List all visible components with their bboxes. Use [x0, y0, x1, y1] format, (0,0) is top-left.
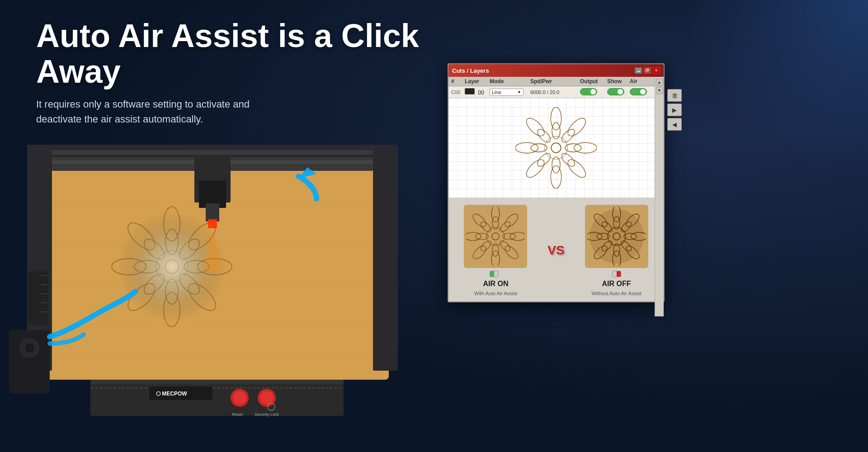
- svg-point-67: [535, 127, 552, 144]
- row-mode[interactable]: Line ▼: [490, 89, 530, 96]
- row-id: C00: [451, 89, 465, 95]
- titlebar: Cuts / Layers 🗕 🗗 ✕: [448, 64, 664, 77]
- output-toggle-knob: [590, 89, 596, 94]
- svg-rect-76: [466, 207, 525, 266]
- svg-point-114: [590, 209, 644, 264]
- svg-point-74: [515, 142, 538, 153]
- air-toggle[interactable]: [630, 88, 647, 95]
- vs-badge: VS: [547, 243, 564, 258]
- svg-rect-32: [206, 203, 219, 221]
- col-hash: #: [451, 78, 465, 85]
- row-output[interactable]: [580, 88, 607, 96]
- col-layer: Layer: [465, 78, 490, 85]
- scrollbar: ▲ ▼: [655, 77, 664, 316]
- svg-rect-33: [208, 219, 217, 228]
- svg-point-63: [560, 151, 577, 169]
- scroll-down-button[interactable]: ▼: [656, 87, 663, 94]
- mode-dropdown[interactable]: Line ▼: [490, 89, 524, 96]
- svg-text:Reset: Reset: [232, 412, 243, 417]
- output-toggle[interactable]: [580, 88, 597, 95]
- minimize-button[interactable]: 🗕: [635, 67, 642, 74]
- row-air[interactable]: [630, 88, 652, 96]
- svg-rect-27: [373, 145, 398, 371]
- panel-title: Cuts / Layers: [452, 67, 489, 74]
- tool-buttons: 🗑 ▶ ◀: [667, 89, 682, 131]
- main-title: Auto Air Assist is a Click Away: [36, 18, 434, 89]
- row-spdpwr: 6000.0 / 20.0: [530, 89, 580, 95]
- svg-point-65: [535, 151, 552, 169]
- show-toggle[interactable]: [607, 88, 624, 95]
- row-layer: 00: [465, 88, 490, 96]
- subtitle: It requires only a software setting to a…: [36, 97, 289, 127]
- svg-point-70: [574, 142, 597, 153]
- table-header: # Layer Mode Spd/Pwr Output Show Air: [448, 77, 664, 86]
- svg-text:Security Lock: Security Lock: [255, 412, 279, 417]
- air-off-image: [585, 205, 648, 268]
- machine-illustration: ⬡ MECPOW Reset Security Lock: [0, 90, 425, 452]
- air-off-sub-label: Without Auto Air Assist: [592, 291, 642, 296]
- window-buttons: 🗕 🗗 ✕: [635, 67, 660, 74]
- main-content: Auto Air Assist is a Click Away It requi…: [0, 0, 868, 452]
- svg-point-58: [551, 143, 561, 153]
- expand-left-button[interactable]: ◀: [667, 118, 682, 131]
- svg-point-71: [565, 157, 589, 180]
- svg-point-39: [233, 391, 246, 405]
- svg-point-68: [551, 107, 561, 130]
- dropdown-arrow-icon: ▼: [517, 90, 521, 94]
- col-spdpwr: Spd/Pwr: [530, 78, 580, 85]
- left-section: Auto Air Assist is a Click Away It requi…: [0, 0, 434, 452]
- preview-canvas: [448, 98, 664, 198]
- air-on-mandala: [466, 207, 525, 266]
- svg-rect-36: [90, 380, 344, 384]
- svg-point-73: [524, 157, 547, 180]
- expand-right-button[interactable]: ▶: [667, 104, 682, 116]
- svg-rect-52: [28, 271, 48, 325]
- svg-point-72: [551, 166, 561, 188]
- air-on-main-label: AIR ON: [483, 280, 508, 288]
- air-on-indicator: [490, 271, 499, 277]
- air-off-status: [612, 271, 621, 277]
- layer-color-swatch: [465, 88, 475, 94]
- air-off-item: AIR OFF Without Auto Air Assist: [585, 205, 648, 296]
- svg-point-59: [545, 137, 567, 159]
- air-off-main-label: AIR OFF: [602, 280, 631, 288]
- air-on-sub-label: With Auto Air Assist: [474, 291, 517, 296]
- col-show: Show: [607, 78, 630, 85]
- mode-value: Line: [492, 89, 501, 95]
- svg-point-69: [565, 115, 589, 139]
- right-section: Cuts / Layers 🗕 🗗 ✕ # Layer Mode Spd/Pwr…: [434, 0, 868, 452]
- scroll-up-button[interactable]: ▲: [656, 79, 663, 86]
- svg-point-61: [560, 127, 577, 144]
- close-button[interactable]: ✕: [653, 67, 660, 74]
- svg-point-75: [524, 115, 547, 139]
- svg-rect-35: [90, 380, 344, 416]
- delete-button[interactable]: 🗑: [667, 89, 682, 102]
- mandala-preview: [515, 107, 597, 188]
- air-off-indicator: [612, 271, 621, 277]
- headline-area: Auto Air Assist is a Click Away It requi…: [36, 18, 434, 127]
- air-toggle-knob: [640, 89, 646, 94]
- lightburn-panel: Cuts / Layers 🗕 🗗 ✕ # Layer Mode Spd/Pwr…: [448, 63, 665, 302]
- air-on-status: [490, 271, 501, 277]
- row-show[interactable]: [607, 88, 630, 96]
- comparison-section: AIR ON With Auto Air Assist VS: [448, 198, 664, 301]
- layer-label: 00: [478, 89, 484, 96]
- restore-button[interactable]: 🗗: [644, 67, 651, 74]
- svg-rect-25: [27, 150, 398, 155]
- col-air: Air: [630, 78, 652, 85]
- show-toggle-knob: [618, 89, 623, 94]
- air-on-image: [464, 205, 527, 268]
- svg-point-49: [23, 342, 36, 354]
- col-mode: Mode: [490, 78, 530, 85]
- table-row[interactable]: C00 00 Line ▼ 6000.0 / 20.0: [448, 86, 664, 98]
- svg-point-41: [260, 391, 274, 405]
- col-output: Output: [580, 78, 607, 85]
- air-off-mandala: [587, 207, 646, 266]
- svg-text:⬡ MECPOW: ⬡ MECPOW: [156, 391, 187, 397]
- air-on-item: AIR ON With Auto Air Assist: [464, 205, 527, 296]
